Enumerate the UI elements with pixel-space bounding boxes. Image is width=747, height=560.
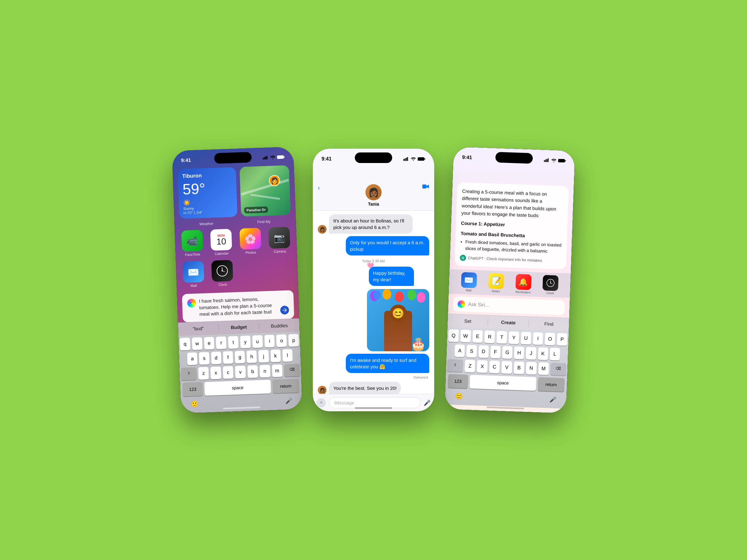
weather-widget[interactable]: Tiburon 59° ☀️ Sunny H:70° L:54° [177,167,237,219]
siri-send-button[interactable] [280,305,289,315]
key-m[interactable]: m [272,364,283,377]
imsg-add-button[interactable]: + [316,398,326,407]
key-d[interactable]: d [211,351,222,364]
imsg-mic-button[interactable]: 🎤 [423,399,431,406]
camera-icon: 📷 [268,227,290,248]
key3-s[interactable]: S [467,345,477,357]
chatgpt-attribution: G ChatGPT · Check important info for mis… [460,255,561,264]
autocorrect-2[interactable]: Budget [218,323,259,332]
key-w[interactable]: w [192,337,202,350]
key3-k[interactable]: K [538,347,548,360]
app-facetime[interactable]: 📹 FaceTime [180,230,205,257]
key3-o[interactable]: O [545,332,555,345]
key3-i[interactable]: I [533,332,543,345]
key-k[interactable]: k [270,349,281,362]
key-return[interactable]: return [272,379,300,393]
key-c[interactable]: c [223,366,234,379]
key3-return[interactable]: return [538,377,565,392]
key3-shift[interactable]: ⇧ [447,359,463,372]
autocorrect-3-2[interactable]: Create [488,318,529,327]
key3-n[interactable]: N [526,362,537,375]
key3-f[interactable]: F [490,345,501,358]
key3-backspace[interactable]: ⌫ [550,363,566,375]
key3-w[interactable]: W [460,329,471,342]
key-j[interactable]: j [258,350,269,363]
dynamic-island-3 [495,152,533,164]
key-f[interactable]: f [223,351,233,364]
autocorrect-3[interactable]: Buddies [259,321,300,330]
key3-t[interactable]: T [496,331,507,344]
dock-notes[interactable]: 📝 Notes [488,273,504,293]
autocorrect-3-1[interactable]: Set [447,316,488,326]
app-photos[interactable]: 🌸 Photos [238,228,263,255]
imsg-back-button[interactable]: ‹ [318,184,320,191]
dock-notes-label: Notes [492,289,500,293]
key3-d[interactable]: D [479,345,489,358]
app-calendar[interactable]: MON 10 Calendar [209,229,234,256]
key-backspace[interactable]: ⌫ [284,364,300,377]
key3-a[interactable]: A [455,344,465,357]
key-e[interactable]: e [204,337,214,350]
key-i[interactable]: i [264,335,275,348]
key-123[interactable]: 123 [182,382,203,396]
siri-input-box[interactable]: I have fresh salmon, lemons, tomatoes. H… [182,290,294,322]
key3-e[interactable]: E [472,330,483,343]
key-t[interactable]: t [228,336,239,349]
app-mail[interactable]: ✉️ Mail [181,261,206,288]
autocorrect-1[interactable]: "bud" [178,324,219,333]
findmy-widget[interactable]: 👩 Paradise Dr [239,165,290,216]
key-z[interactable]: z [198,367,209,379]
imsg-video-button[interactable] [422,184,429,191]
key-b[interactable]: b [247,365,258,378]
siri-ask-bar[interactable]: Ask Siri… [453,296,565,315]
key3-l[interactable]: L [550,348,560,360]
key3-q[interactable]: Q [448,329,459,342]
imsg-contact-name: Tania [318,202,429,207]
dock-reminders[interactable]: 🔔 Reminders [515,274,531,294]
key-shift[interactable]: ⇧ [181,367,197,380]
key3-space[interactable]: space [470,375,536,391]
key-g[interactable]: g [235,351,245,364]
key3-r[interactable]: R [484,330,495,343]
key-x[interactable]: x [210,367,221,379]
key-r[interactable]: r [216,336,227,349]
key-h[interactable]: h [247,350,257,363]
key3-x[interactable]: X [477,360,488,373]
key3-j[interactable]: J [526,347,536,359]
key-v[interactable]: v [235,366,246,378]
key3-y[interactable]: Y [509,331,519,344]
app-clock[interactable]: Clock [210,260,235,287]
key3-p[interactable]: P [557,333,567,346]
key-y[interactable]: y [240,336,251,348]
key-q[interactable]: q [180,338,190,350]
key-n[interactable]: n [260,365,271,377]
svg-rect-3 [266,156,267,159]
imsg-input-field[interactable]: iMessage [329,397,420,408]
key3-m[interactable]: M [538,362,549,375]
key3-emoji[interactable]: 🙂 [451,390,467,403]
key-s[interactable]: s [199,352,209,365]
key-l[interactable]: l [282,349,293,362]
key-o[interactable]: o [276,335,287,347]
key3-h[interactable]: H [514,346,524,359]
dock-mail[interactable]: ✉️ Mail [461,272,477,292]
app-camera[interactable]: 📷 Camera [267,227,292,254]
key-p[interactable]: p [288,334,299,347]
key-u[interactable]: u [252,335,263,348]
key3-b[interactable]: B [514,361,524,374]
key3-123[interactable]: 123 [448,374,468,388]
key3-mic[interactable]: 🎤 [546,393,560,406]
key-a[interactable]: a [187,352,198,365]
key3-g[interactable]: G [502,346,513,359]
key-space[interactable]: space [204,379,271,395]
dock-clock[interactable]: Clock [542,275,559,295]
key3-u[interactable]: U [521,331,531,344]
home-indicator-3 [487,407,524,409]
autocorrect-3-3[interactable]: Find [529,319,569,328]
key-mic[interactable]: 🎤 [281,395,296,407]
key-emoji[interactable]: 🙂 [187,398,202,411]
key3-v[interactable]: V [501,361,512,374]
key3-z[interactable]: Z [465,359,475,372]
key3-c[interactable]: C [489,360,500,373]
app-grid: 📹 FaceTime MON 10 Calendar 🌸 [175,226,298,288]
